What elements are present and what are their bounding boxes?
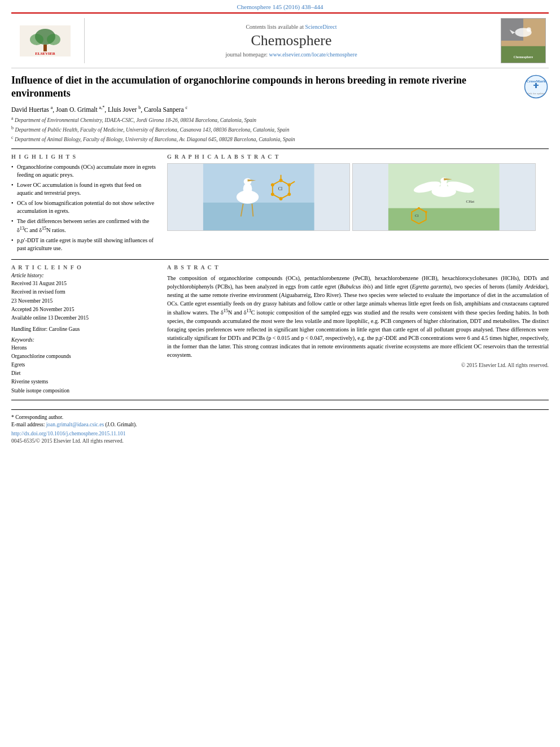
elsevier-logo: ELSEVIER (11, 18, 85, 63)
highlight-item-4: The diet differences between series are … (11, 217, 158, 234)
paper-header: Influence of diet in the accumulation of… (11, 74, 549, 101)
svg-rect-4 (43, 45, 47, 51)
keywords-label: Keywords: (11, 337, 158, 343)
highlight-item-3: OCs of low biomagnification potential do… (11, 199, 158, 215)
main-content: Influence of diet in the accumulation of… (11, 68, 549, 400)
crossmark-logo[interactable]: CrossMark click for updates (523, 74, 549, 99)
available-date: Available online 13 December 2015 (11, 314, 158, 322)
abstract-section: A B S T R A C T The composition of organ… (167, 264, 549, 395)
doi-link[interactable]: http://dx.doi.org/10.1016/j.chemosphere.… (11, 431, 125, 436)
svg-point-46 (418, 207, 420, 209)
article-info-section: A R T I C L E I N F O Article history: R… (11, 264, 158, 395)
svg-rect-19 (203, 203, 314, 230)
accepted-date: Accepted 26 November 2015 (11, 305, 158, 313)
issn-line: 0045-6535/© 2015 Elsevier Ltd. All right… (11, 438, 549, 444)
svg-point-3 (47, 34, 60, 45)
svg-text:CHat: CHat (466, 199, 475, 203)
article-history-dates: Received 31 August 2015 Received in revi… (11, 279, 158, 322)
received-revised-label: Received in revised form (11, 288, 158, 296)
svg-text:Cl: Cl (278, 186, 283, 191)
corresponding-note: * Corresponding author. (11, 414, 549, 420)
highlight-item-2: Lower OC accumulation is found in egrets… (11, 181, 158, 197)
abstract-heading: A B S T R A C T (167, 264, 549, 270)
paper-title: Influence of diet in the accumulation of… (11, 74, 523, 101)
contents-available: Contents lists available at ScienceDirec… (246, 24, 336, 30)
keyword-6: Stable isotope composition (11, 387, 158, 395)
footer: * Corresponding author. E-mail address: … (11, 409, 549, 444)
journal-cover-image: Chemosphere (501, 18, 546, 63)
divider-3 (11, 400, 549, 400)
article-history-label: Article history: (11, 273, 158, 278)
journal-info: Contents lists available at ScienceDirec… (85, 18, 498, 63)
authors-line: David Huertas a, Joan O. Grimalt a,*, Ll… (11, 105, 549, 113)
revised-date: 23 November 2015 (11, 297, 158, 305)
keyword-4: Diet (11, 369, 158, 378)
journal-title: Chemosphere (251, 32, 332, 49)
highlights-graphical-section: H I G H L I G H T S Organochlorine compo… (11, 154, 549, 255)
graphical-image-left: Cl (167, 163, 350, 231)
email-line: E-mail address: joan.grimalt@idaea.csic.… (11, 422, 549, 427)
copyright-notice: © 2015 Elsevier Ltd. All rights reserved… (167, 362, 549, 368)
graphical-images-container: Cl (167, 163, 549, 231)
affiliation-c: c Department of Animal Biology, Faculty … (11, 134, 549, 143)
keyword-3: Egrets (11, 361, 158, 369)
graphical-abstract-section: G R A P H I C A L A B S T R A C T (167, 154, 549, 255)
graphical-image-right: Cl CHat (352, 163, 535, 231)
svg-point-2 (30, 34, 43, 45)
keyword-5: Riverine systems (11, 378, 158, 386)
svg-point-23 (244, 178, 252, 185)
highlight-item-1: Organochlorine compounds (OCs) accumulat… (11, 163, 158, 179)
svg-point-34 (271, 193, 274, 196)
divider-2 (11, 259, 549, 260)
keyword-1: Herons (11, 344, 158, 352)
journal-thumbnail: Chemosphere (498, 18, 549, 63)
svg-point-33 (279, 197, 283, 200)
svg-rect-38 (388, 208, 500, 230)
homepage-line: journal homepage: www.elsevier.com/locat… (225, 51, 357, 58)
svg-point-30 (279, 178, 283, 182)
handling-editor: Handling Editor: Caroline Gaus (11, 325, 158, 333)
keyword-2: Organochlorine compounds (11, 352, 158, 361)
author-email-link[interactable]: joan.grimalt@idaea.csic.es (46, 422, 104, 427)
svg-point-31 (287, 183, 291, 186)
svg-rect-7 (501, 46, 545, 63)
graphical-abstract-heading: G R A P H I C A L A B S T R A C T (167, 154, 549, 160)
highlights-heading: H I G H L I G H T S (11, 154, 158, 160)
svg-point-35 (271, 183, 274, 186)
highlights-section: H I G H L I G H T S Organochlorine compo… (11, 154, 158, 255)
svg-text:CrossMark: CrossMark (526, 79, 545, 84)
svg-point-11 (527, 28, 531, 32)
journal-citation: Chemosphere 145 (2016) 438–444 (0, 0, 560, 12)
article-info-heading: A R T I C L E I N F O (11, 264, 158, 270)
affiliations: a Department of Environmental Chemistry,… (11, 115, 549, 144)
svg-text:Chemosphere: Chemosphere (514, 55, 533, 59)
received-date: Received 31 August 2015 (11, 279, 158, 287)
journal-homepage-link[interactable]: www.elsevier.com/locate/chemosphere (269, 51, 357, 58)
logo-image: ELSEVIER (20, 25, 71, 56)
highlights-list: Organochlorine compounds (OCs) accumulat… (11, 163, 158, 252)
affiliation-b: b Department of Public Health, Faculty o… (11, 125, 549, 134)
svg-text:click for updates: click for updates (527, 92, 545, 95)
highlight-item-5: p,p′-DDT in cattle egret is maybe still … (11, 237, 158, 252)
svg-rect-16 (535, 83, 537, 88)
article-abstract-section: A R T I C L E I N F O Article history: R… (11, 264, 549, 395)
abstract-body: The composition of organochlorine compou… (167, 274, 549, 359)
svg-point-47 (425, 211, 427, 213)
sciencedirect-link[interactable]: ScienceDirect (305, 24, 336, 30)
keywords-list: Herons Organochlorine compounds Egrets D… (11, 344, 158, 395)
divider-1 (11, 148, 549, 149)
svg-text:ELSEVIER: ELSEVIER (35, 51, 55, 56)
svg-text:Cl: Cl (415, 213, 419, 217)
affiliation-a: a Department of Environmental Chemistry,… (11, 115, 549, 124)
svg-point-32 (287, 193, 291, 196)
journal-header: ELSEVIER Contents lists available at Sci… (11, 12, 549, 68)
